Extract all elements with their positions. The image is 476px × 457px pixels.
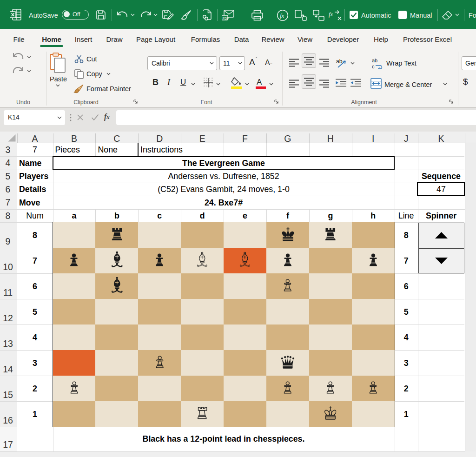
svg-text:c: c	[372, 64, 375, 69]
svg-text:ab: ab	[336, 58, 343, 65]
svg-text:PDF: PDF	[223, 17, 229, 20]
svg-text:ab: ab	[372, 58, 377, 63]
svg-text:fx: fx	[329, 11, 333, 18]
svg-text:fx: fx	[280, 12, 284, 19]
